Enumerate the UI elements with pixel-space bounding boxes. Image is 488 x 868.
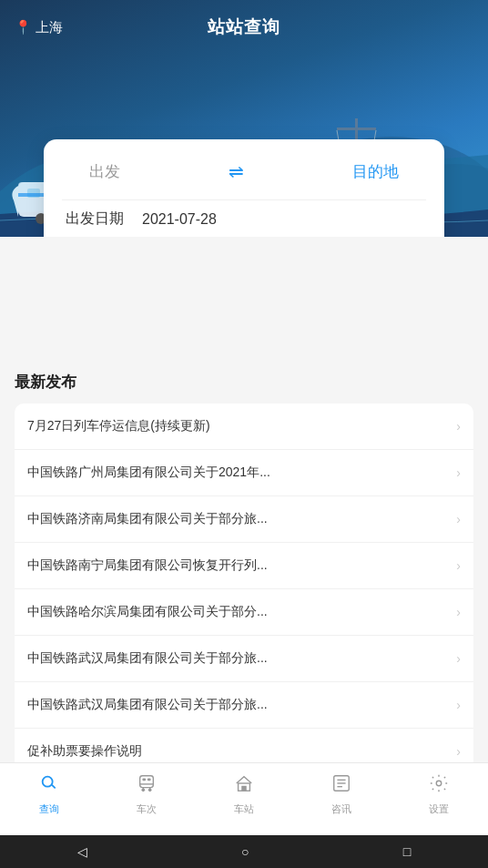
- chevron-right-icon: ›: [456, 605, 461, 619]
- section-title: 最新发布: [15, 372, 473, 393]
- news-text: 中国铁路广州局集团有限公司关于2021年...: [27, 465, 449, 481]
- android-recent[interactable]: □: [403, 844, 411, 859]
- location-button[interactable]: 📍 上海: [15, 19, 63, 36]
- nav-item-车站[interactable]: 车站: [217, 773, 271, 816]
- date-row[interactable]: 出发日期 2021-07-28: [62, 199, 426, 237]
- nav-label-车站: 车站: [234, 802, 254, 816]
- tab-from[interactable]: 出发: [89, 161, 120, 182]
- news-item[interactable]: 中国铁路武汉局集团有限公司关于部分旅... ›: [15, 682, 473, 729]
- svg-rect-18: [139, 776, 153, 788]
- chevron-right-icon: ›: [456, 744, 461, 759]
- nav-item-查询[interactable]: 查询: [22, 773, 76, 816]
- date-value: 2021-07-28: [142, 211, 217, 228]
- news-item[interactable]: 中国铁路济南局集团有限公司关于部分旅... ›: [15, 496, 473, 543]
- nav-icon-车次: [137, 773, 157, 799]
- search-card: 出发 ⇌ 目的地 出发日期 2021-07-28 只看高铁 查询: [44, 139, 444, 237]
- news-text: 7月27日列车停运信息(持续更新): [27, 418, 449, 434]
- tab-row: 出发 ⇌ 目的地: [62, 139, 426, 199]
- news-text: 中国铁路武汉局集团有限公司关于部分旅...: [27, 650, 449, 667]
- news-text: 中国铁路南宁局集团有限公司恢复开行列...: [27, 557, 449, 574]
- nav-icon-设置: [429, 773, 449, 799]
- chevron-right-icon: ›: [456, 698, 461, 712]
- news-text: 中国铁路武汉局集团有限公司关于部分旅...: [27, 697, 449, 713]
- svg-rect-13: [337, 128, 376, 130]
- location-icon: 📍: [15, 19, 32, 36]
- chevron-right-icon: ›: [456, 651, 461, 666]
- svg-rect-20: [147, 779, 151, 781]
- tab-to[interactable]: 目的地: [352, 161, 399, 182]
- hero-section: 📍 上海 站站查询 出发 ⇌ 目的地 出发日期 2021-07-28 只看高铁 …: [0, 0, 488, 237]
- news-text: 中国铁路哈尔滨局集团有限公司关于部分...: [27, 604, 449, 620]
- news-item[interactable]: 中国铁路哈尔滨局集团有限公司关于部分... ›: [15, 589, 473, 636]
- svg-point-32: [437, 781, 442, 786]
- chevron-right-icon: ›: [456, 465, 461, 480]
- svg-rect-17: [51, 784, 56, 789]
- nav-icon-咨讯: [331, 773, 351, 799]
- android-nav: ◁ ○ □: [0, 835, 488, 868]
- bottom-nav: 查询车次车站咨讯设置: [0, 762, 488, 835]
- news-item[interactable]: 7月27日列车停运信息(持续更新) ›: [15, 403, 473, 450]
- chevron-right-icon: ›: [456, 558, 461, 573]
- chevron-right-icon: ›: [456, 419, 461, 434]
- swap-button[interactable]: ⇌: [221, 156, 252, 187]
- news-list: 7月27日列车停运信息(持续更新) › 中国铁路广州局集团有限公司关于2021年…: [15, 403, 473, 774]
- chevron-right-icon: ›: [456, 512, 461, 526]
- page-title: 站站查询: [208, 15, 280, 39]
- android-home[interactable]: ○: [241, 844, 249, 859]
- news-item[interactable]: 中国铁路广州局集团有限公司关于2021年... ›: [15, 450, 473, 496]
- top-bar: 📍 上海 站站查询: [0, 0, 488, 55]
- nav-label-车次: 车次: [137, 802, 157, 816]
- nav-item-咨讯[interactable]: 咨讯: [314, 773, 369, 816]
- nav-label-咨讯: 咨讯: [331, 802, 351, 816]
- news-text: 中国铁路济南局集团有限公司关于部分旅...: [27, 511, 449, 527]
- news-text: 促补助票要操作说明: [27, 743, 449, 760]
- date-label: 出发日期: [66, 209, 124, 229]
- nav-icon-车站: [234, 773, 254, 799]
- nav-icon-查询: [39, 773, 59, 799]
- nav-item-车次[interactable]: 车次: [119, 773, 174, 816]
- swap-icon: ⇌: [229, 160, 244, 182]
- nav-label-查询: 查询: [39, 802, 59, 816]
- location-text: 上海: [36, 19, 63, 36]
- svg-rect-19: [142, 779, 146, 781]
- main-content: 最新发布 7月27日列车停运信息(持续更新) › 中国铁路广州局集团有限公司关于…: [0, 372, 488, 774]
- nav-item-设置[interactable]: 设置: [412, 773, 466, 816]
- news-item[interactable]: 中国铁路武汉局集团有限公司关于部分旅... ›: [15, 636, 473, 682]
- nav-label-设置: 设置: [429, 802, 449, 816]
- svg-rect-27: [241, 786, 247, 791]
- svg-point-16: [42, 777, 52, 787]
- android-back[interactable]: ◁: [77, 844, 87, 859]
- news-item[interactable]: 中国铁路南宁局集团有限公司恢复开行列... ›: [15, 543, 473, 589]
